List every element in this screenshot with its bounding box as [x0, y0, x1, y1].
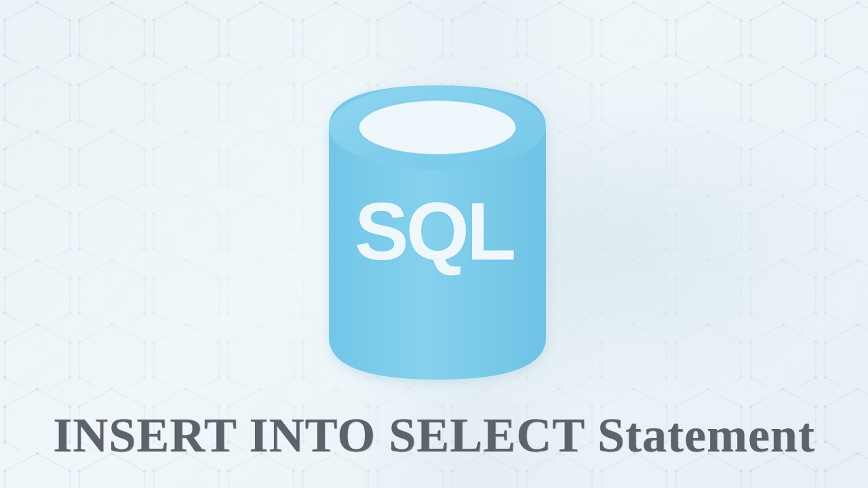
page-title: INSERT INTO SELECT Statement — [0, 407, 868, 464]
sql-logo-text: SQL — [355, 184, 514, 278]
main-content: SQL INSERT INTO SELECT Statement — [0, 0, 868, 488]
